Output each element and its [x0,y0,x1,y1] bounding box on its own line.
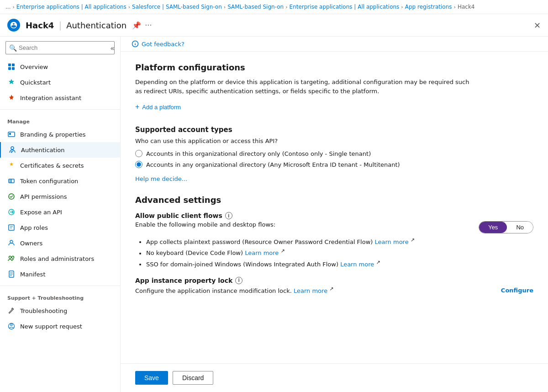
svg-point-14 [9,256,11,259]
owners-icon [7,239,16,247]
sidebar: 🔍 « Overview Quickstart Integration assi… [0,37,121,392]
public-flows-list: App collects plaintext password (Resourc… [135,237,533,268]
expose-api-icon [7,208,16,216]
learn-more-link-2[interactable]: Learn more [245,250,279,257]
prop-lock-learn-more-link[interactable]: Learn more [294,287,327,294]
more-options-icon[interactable]: ··· [145,21,152,30]
sidebar-label-integration: Integration assistant [20,95,81,101]
collapse-sidebar-icon[interactable]: « [110,43,115,52]
radio-multitenant[interactable]: Accounts in any organizational directory… [135,161,533,168]
svg-point-15 [12,256,14,259]
search-input[interactable] [5,41,115,54]
sidebar-item-overview[interactable]: Overview [0,59,120,74]
list-item: No keyboard (Device Code Flow) Learn mor… [146,248,533,256]
sidebar-item-quickstart[interactable]: Quickstart [0,74,120,90]
breadcrumb-link-1[interactable]: Enterprise applications | All applicatio… [16,4,126,10]
radio-single-tenant[interactable]: Accounts in this organizational director… [135,150,533,157]
overview-icon [7,63,16,71]
enable-flows-text: Enable the following mobile and desktop … [135,221,275,228]
ext-link-icon-3: ↗ [376,260,380,265]
list-item: App collects plaintext password (Resourc… [146,237,533,245]
sidebar-label-api-permissions: API permissions [20,193,67,200]
platform-config-desc: Depending on the platform or device this… [135,78,473,95]
prop-lock-label: App instance property lock i [135,277,533,284]
api-permissions-icon [7,192,16,201]
svg-point-13 [10,240,13,243]
sidebar-label-manifest: Manifest [20,271,45,278]
sidebar-item-troubleshooting[interactable]: Troubleshooting [0,303,120,318]
sidebar-item-expose-api[interactable]: Expose an API [0,204,120,220]
sidebar-label-branding: Branding & properties [20,131,86,138]
radio-multitenant-label: Accounts in any organizational directory… [146,161,400,168]
authentication-icon [8,146,16,154]
support-icon [7,322,16,330]
breadcrumb-link-4[interactable]: Enterprise applications | All applicatio… [290,4,400,10]
radio-single-tenant-label: Accounts in this organizational director… [146,150,371,157]
allow-flows-label: Allow public client flows i [135,212,533,219]
sidebar-item-support-request[interactable]: New support request [0,318,120,334]
breadcrumb-link-5[interactable]: App registrations [405,4,452,10]
public-flows-toggle[interactable]: Yes No [479,221,533,233]
sidebar-item-manifest[interactable]: Manifest [0,266,120,282]
troubleshooting-icon [7,307,16,315]
sidebar-item-integration[interactable]: Integration assistant [0,90,120,106]
toggle-no-button[interactable]: No [507,222,533,233]
breadcrumb-link-2[interactable]: Salesforce | SAML-based Sign-on [132,4,222,10]
platform-config-title: Platform configurations [135,63,533,72]
sidebar-item-branding[interactable]: Branding & properties [0,127,120,142]
learn-more-link-3[interactable]: Learn more [340,261,374,268]
feedback-bar[interactable]: Got feedback? [121,37,548,52]
bullet-text-2: No keyboard (Device Code Flow) [146,250,245,257]
breadcrumb-dots[interactable]: ... [5,4,11,10]
discard-button[interactable]: Discard [173,371,213,385]
token-icon [7,177,16,185]
sidebar-item-app-roles[interactable]: App roles [0,220,120,235]
app-name: Hack4 [26,21,54,30]
svg-rect-0 [8,64,11,66]
add-platform-button[interactable]: + Add a platform [135,103,181,111]
account-types-question: Who can use this application or access t… [135,138,533,144]
title-bar: Hack4 | Authentication 📌 ··· ✕ [0,14,548,37]
sidebar-item-authentication[interactable]: Authentication [0,142,120,158]
search-icon: 🔍 [9,44,17,52]
sidebar-item-roles-admins[interactable]: Roles and administrators [0,251,120,266]
sidebar-label-token: Token configuration [20,178,78,185]
add-platform-label: Add a platform [142,104,181,111]
app-logo [7,19,20,32]
sidebar-divider-2 [0,286,120,286]
save-button[interactable]: Save [135,371,168,385]
prop-lock-info-icon[interactable]: i [235,277,242,284]
sidebar-item-owners[interactable]: Owners [0,235,120,251]
certificates-icon [7,161,16,170]
sidebar-label-expose-api: Expose an API [20,209,62,216]
main-content: Got feedback? Platform configurations De… [121,37,548,363]
support-section-label: Support + Troubleshooting [0,290,120,303]
svg-rect-1 [12,64,15,66]
title-actions: 📌 ··· [132,21,152,30]
sidebar-label-app-roles: App roles [20,224,48,231]
quickstart-icon [7,78,16,86]
toggle-yes-button[interactable]: Yes [479,222,507,233]
prop-lock-row: Configure the application instance modif… [135,286,533,294]
sidebar-item-token[interactable]: Token configuration [0,173,120,189]
learn-more-link-1[interactable]: Learn more [375,238,409,245]
close-icon[interactable]: ✕ [534,21,541,30]
sidebar-label-support-request: New support request [20,323,82,330]
pin-icon[interactable]: 📌 [132,21,141,30]
help-me-decide-link[interactable]: Help me decide... [135,175,187,182]
bullet-text-3: SSO for domain-joined Windows (Windows I… [146,261,340,268]
feedback-label: Got feedback? [142,41,184,48]
breadcrumb: ... › Enterprise applications | All appl… [0,0,548,14]
sidebar-label-roles-admins: Roles and administrators [20,255,94,262]
content-footer: Save Discard [121,363,548,392]
breadcrumb-link-3[interactable]: SAML-based Sign-on [227,4,284,10]
sidebar-item-api-permissions[interactable]: API permissions [0,189,120,204]
sidebar-item-certificates[interactable]: Certificates & secrets [0,158,120,173]
manifest-icon [7,270,16,278]
allow-flows-info-icon[interactable]: i [225,212,232,219]
sidebar-label-troubleshooting: Troubleshooting [20,307,67,314]
configure-link[interactable]: Configure [501,287,533,294]
integration-icon [7,94,16,102]
svg-point-22 [11,324,12,326]
roles-admins-icon [7,254,16,263]
